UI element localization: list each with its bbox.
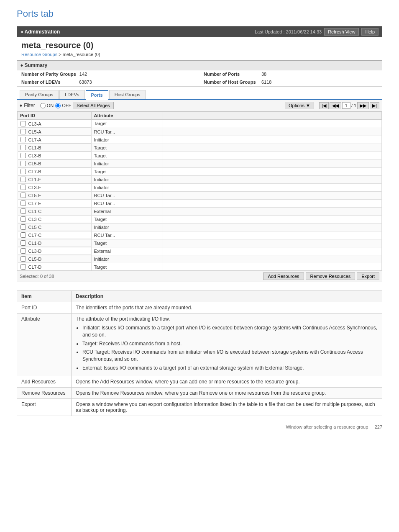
options-button[interactable]: Options ▼ [285,102,314,109]
summary-grid: Number of Parity Groups 142 Number of Po… [17,70,382,87]
col-port-id: Port ID [18,112,92,120]
selection-info: Selected: 0 of 38 [20,274,54,279]
remove-resources-button[interactable]: Remove Resources [306,272,356,280]
table-row[interactable]: CL5-DInitiator [18,255,382,263]
row-checkbox[interactable] [20,121,26,126]
desc-item-cell: Attribute [17,314,72,376]
port-id-cell: CL1-E [28,177,41,182]
page-footer: Window after selecting a resource group … [17,424,382,429]
table-row[interactable]: CL5-BInitiator [18,159,382,167]
table-row[interactable]: CL1-BTarget [18,144,382,152]
row-checkbox[interactable] [20,137,26,142]
attribute-cell: Target [91,167,163,175]
table-row[interactable]: CL1-CExternal [18,207,382,215]
row-checkbox[interactable] [20,224,26,230]
ports-label: Number of Ports [204,72,258,77]
tab-parity-groups[interactable]: Parity Groups [20,90,59,99]
summary-host-groups: Number of Host Groups 6118 [200,78,382,86]
empty-cell [163,128,382,136]
table-row[interactable]: CL3-ATarget [18,120,382,128]
page-last-button[interactable]: ▶| [370,102,379,109]
tab-ldevs[interactable]: LDEVs [59,90,84,99]
filter-on-radio[interactable]: ON [40,103,54,108]
port-id-cell: CL3-B [28,153,41,158]
row-checkbox[interactable] [20,240,26,246]
summary-section: ♦ Summary Number of Parity Groups 142 Nu… [17,60,382,87]
table-footer: Selected: 0 of 38 Add Resources Remove R… [17,270,382,282]
help-button[interactable]: Help [361,28,379,36]
desc-description-cell: Opens the Add Resources window, where yo… [72,376,382,387]
table-row[interactable]: CL7-ERCU Tar... [18,199,382,207]
attribute-cell: Target [91,144,163,152]
table-row[interactable]: CL7-BTarget [18,167,382,175]
refresh-view-button[interactable]: Refresh View [324,28,359,36]
desc-col1-header: Item [17,291,72,302]
port-id-cell: CL7-E [28,201,41,206]
breadcrumb-link[interactable]: Resource Groups [21,52,57,57]
port-id-cell: CL5-C [28,225,42,230]
empty-cell [163,183,382,191]
table-row[interactable]: CL7-CRCU Tar... [18,231,382,239]
ports-table-wrapper: Port ID Attribute CL3-ATargetCL5-ARCU Ta… [17,111,382,270]
page-number[interactable]: 1 [342,102,350,109]
row-checkbox[interactable] [20,161,26,166]
admin-header: « Administration Last Updated : 2011/06/… [17,26,382,37]
port-id-cell: CL5-A [28,129,41,134]
desc-bullet-item: RCU Target: Receives I/O commands from a… [82,349,378,363]
desc-bullet-item: Initiator: Issues I/O commands to a targ… [82,324,378,339]
row-checkbox[interactable] [20,256,26,262]
table-row[interactable]: CL1-EInitiator [18,175,382,183]
row-checkbox[interactable] [20,153,26,158]
empty-cell [163,167,382,175]
table-row[interactable]: CL7-AInitiator [18,136,382,144]
summary-parity-groups: Number of Parity Groups 142 [17,70,200,78]
add-resources-button[interactable]: Add Resources [263,272,304,280]
breadcrumb-path: > meta_resource (0) [59,52,100,57]
select-all-pages-button[interactable]: Select All Pages [73,102,114,109]
table-row[interactable]: CL3-DExternal [18,247,382,255]
row-checkbox[interactable] [20,200,26,206]
empty-cell [163,159,382,167]
row-checkbox[interactable] [20,129,26,134]
table-row[interactable]: CL5-CInitiator [18,223,382,231]
row-checkbox[interactable] [20,264,26,270]
row-checkbox[interactable] [20,169,26,174]
attribute-cell: RCU Tar... [91,128,163,136]
empty-cell [163,263,382,270]
table-row[interactable]: CL7-DTarget [18,263,382,270]
desc-description-cell: The attribute of the port indicating I/O… [72,314,382,376]
attribute-cell: External [91,207,163,215]
page-first-button[interactable]: |◀ [319,102,329,109]
row-checkbox[interactable] [20,185,26,190]
tab-ports[interactable]: Ports [86,90,108,100]
table-row[interactable]: CL5-ARCU Tar... [18,128,382,136]
row-checkbox[interactable] [20,208,26,214]
row-checkbox[interactable] [20,193,26,198]
row-checkbox[interactable] [20,177,26,182]
filter-off-radio[interactable]: OFF [55,103,71,108]
table-row[interactable]: CL3-CTarget [18,215,382,223]
attribute-cell: Target [91,215,163,223]
row-checkbox[interactable] [20,145,26,150]
page-prev-button[interactable]: ◀◀ [330,102,341,109]
row-checkbox[interactable] [20,216,26,222]
tab-host-groups[interactable]: Host Groups [109,90,146,99]
admin-header-controls: Last Updated : 2011/06/22 14:33 Refresh … [255,28,379,36]
empty-cell [163,199,382,207]
table-row[interactable]: CL3-EInitiator [18,183,382,191]
last-updated-text: Last Updated : 2011/06/22 14:33 [255,29,322,34]
attribute-cell: RCU Tar... [91,231,163,239]
table-row[interactable]: CL3-BTarget [18,152,382,159]
row-checkbox[interactable] [20,232,26,238]
row-checkbox[interactable] [20,248,26,254]
desc-description-cell: The identifiers of the ports that are al… [72,302,382,314]
ldevs-label: Number of LDEVs [21,80,76,85]
export-button[interactable]: Export [357,272,379,280]
filter-off-label: OFF [62,103,71,108]
empty-cell [163,120,382,128]
table-row[interactable]: CL1-DTarget [18,239,382,247]
table-row[interactable]: CL5-ERCU Tar... [18,191,382,199]
page-next-button[interactable]: ▶▶ [357,102,369,109]
col-empty [163,112,382,120]
empty-cell [163,136,382,144]
